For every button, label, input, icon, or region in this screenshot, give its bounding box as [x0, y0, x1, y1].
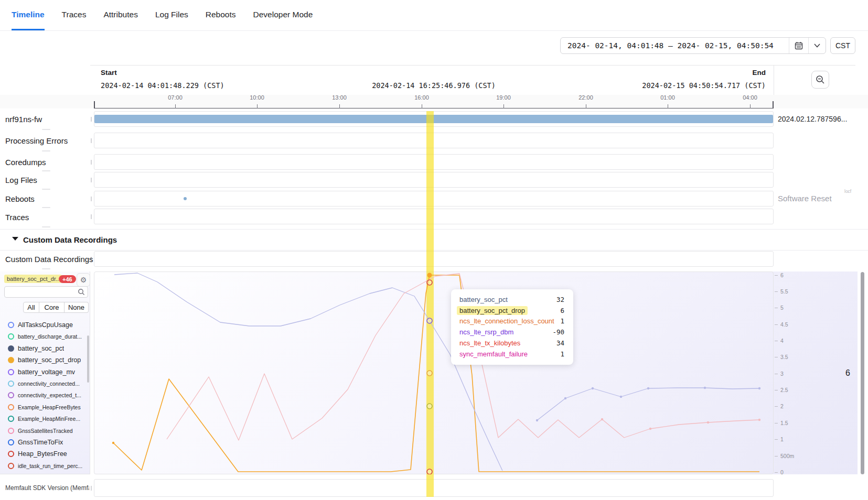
legend-item-alltaskscpuusage[interactable]: AllTasksCpuUsage	[0, 319, 86, 331]
legend-search-box[interactable]	[4, 286, 88, 298]
date-range-picker[interactable]: 2024- 02-14, 04:01:48 – 2024- 02-15, 04:…	[560, 37, 826, 54]
series-point	[758, 419, 760, 421]
track-sdk-version[interactable]	[94, 479, 774, 497]
zoom-out-button[interactable]	[811, 71, 829, 89]
drag-handle[interactable]	[42, 150, 50, 151]
metric-name: GnssTimeToFix	[18, 439, 63, 446]
timezone-button[interactable]: CST	[830, 37, 855, 54]
right-axis-label: 0	[780, 469, 784, 475]
tooltip-metric-value: 32	[556, 296, 564, 303]
row-label-sdk-version: Memfault SDK Version (Memfaul...	[5, 484, 89, 492]
reboot-event-dot[interactable]	[184, 197, 187, 200]
track-log-files[interactable]	[94, 172, 774, 188]
search-input[interactable]	[5, 288, 78, 296]
legend-item-battery-soc-pct[interactable]: battery_soc_pct	[0, 343, 86, 354]
drag-handle[interactable]	[42, 129, 50, 130]
tab-log-files[interactable]: Log Files	[155, 0, 188, 30]
legend-scrollbar[interactable]	[87, 335, 89, 383]
axis-tick-label: 16:00	[410, 94, 433, 101]
drag-handle[interactable]	[42, 226, 50, 227]
section-title[interactable]: Custom Data Recordings	[23, 235, 117, 244]
tab-attributes[interactable]: Attributes	[103, 0, 137, 30]
series-point	[536, 419, 538, 421]
metric-color-dot	[8, 357, 14, 363]
legend-item-heap-bytesfree[interactable]: Heap_BytesFree	[0, 448, 86, 460]
legend-item-battery-soc-pct-drop[interactable]: battery_soc_pct_drop	[0, 354, 86, 366]
tab-reboots[interactable]: Reboots	[206, 0, 236, 30]
legend-settings-button[interactable]: ⚙	[77, 273, 90, 287]
right-axis-tick	[775, 423, 778, 423]
axis-tick-label: 13:00	[328, 94, 351, 101]
row-label-processing-errors: Processing Errors	[5, 136, 68, 145]
metric-name: AllTasksCpuUsage	[18, 321, 73, 329]
right-axis-tick	[775, 357, 778, 357]
metrics-chart[interactable]	[94, 271, 774, 474]
metric-color-dot	[8, 369, 14, 375]
firmware-version-bar[interactable]	[94, 115, 773, 123]
right-axis-label: 1.5	[780, 420, 788, 426]
legend-filter-none[interactable]: None	[65, 302, 89, 313]
right-axis-label: 500m	[780, 453, 794, 459]
tab-timeline[interactable]: Timeline	[12, 0, 45, 30]
row-resize-tick	[91, 178, 92, 182]
vertical-scrollbar[interactable]	[861, 272, 864, 474]
legend-filter-all[interactable]: All	[23, 302, 39, 313]
right-axis-tick	[775, 406, 778, 407]
legend-item-gnsssatellitestracked[interactable]: GnssSatellitesTracked	[0, 425, 86, 437]
legend-filter-core[interactable]: Core	[39, 302, 65, 313]
time-axis-line	[94, 108, 774, 108]
tab-developer-mode[interactable]: Developer Mode	[253, 0, 313, 30]
collapse-caret-icon[interactable]	[12, 237, 18, 241]
drag-handle[interactable]	[42, 170, 50, 171]
axis-tick-mark	[750, 104, 751, 108]
end-label: End	[608, 69, 766, 77]
row-resize-tick	[91, 138, 92, 143]
reboot-reason-text: Software Reset	[778, 194, 832, 203]
chart-tooltip: battery_soc_pct32battery_soc_pct_drop6nc…	[451, 289, 573, 365]
header-vertical-divider	[774, 65, 774, 95]
right-axis-tick	[775, 374, 778, 374]
legend-item-example-heapfreebytes[interactable]: Example_HeapFreeBytes	[0, 401, 86, 413]
more-metrics-badge[interactable]: +46	[59, 275, 76, 283]
metric-name: Example_HeapFreeBytes	[18, 404, 81, 410]
row-label-traces: Traces	[5, 213, 29, 222]
axis-tick-label: 22:00	[574, 94, 597, 101]
date-range-dropdown-button[interactable]	[808, 38, 826, 53]
metric-color-dot	[8, 404, 14, 410]
track-traces[interactable]	[94, 209, 774, 224]
end-timestamp: 2024-02-15 04:50:54.717 (CST)	[608, 81, 766, 90]
date-range-value[interactable]: 2024- 02-14, 04:01:48 – 2024- 02-15, 04:…	[561, 41, 789, 50]
metric-name: Example_HeapMinFree...	[18, 416, 80, 422]
legend-item-example-heapminfree[interactable]: Example_HeapMinFree...	[0, 413, 86, 425]
axis-tick-label: 19:00	[492, 94, 515, 101]
drag-handle[interactable]	[42, 207, 50, 208]
cursor-current-value: 6	[845, 368, 850, 378]
legend-item-connectivity-connected[interactable]: connectivity_connected...	[0, 378, 86, 389]
tooltip-row: sync_memfault_failure1	[459, 349, 564, 360]
chevron-down-icon	[814, 44, 820, 48]
tab-traces[interactable]: Traces	[62, 0, 87, 30]
row-resize-tick	[91, 214, 92, 219]
legend-item-gnsstimetofix[interactable]: GnssTimeToFix	[0, 437, 86, 448]
right-axis-label: 5	[780, 305, 784, 311]
drag-handle[interactable]	[42, 189, 50, 190]
drag-handle[interactable]	[42, 268, 50, 269]
calendar-button[interactable]	[789, 38, 808, 53]
legend-item-battery-voltage-mv[interactable]: battery_voltage_mv	[0, 366, 86, 378]
track-processing-errors[interactable]	[94, 133, 774, 148]
legend-item-battery-discharge-durat[interactable]: battery_discharge_durat...	[0, 331, 86, 342]
track-reboots[interactable]	[94, 191, 774, 206]
series-point	[707, 421, 709, 423]
track-coredumps[interactable]	[94, 154, 774, 170]
metric-color-dot	[8, 345, 14, 352]
series-line-battery-soc-pct-drop	[113, 275, 759, 472]
legend-item-connectivity-expected-t[interactable]: connectivity_expected_t...	[0, 389, 86, 401]
track-custom-data-recordings[interactable]	[94, 251, 774, 267]
tooltip-metric-name: ncs_lte_connection_loss_count	[459, 317, 554, 325]
metric-color-dot	[8, 451, 14, 457]
metric-color-dot	[8, 416, 14, 422]
start-label: Start	[101, 69, 117, 77]
legend-item-idle-task-run-time-perc[interactable]: idle_task_run_time_perc...	[0, 460, 86, 472]
axis-tick-mark	[339, 104, 340, 108]
selected-metric-chip[interactable]: battery_soc_pct_dr...	[4, 275, 62, 283]
